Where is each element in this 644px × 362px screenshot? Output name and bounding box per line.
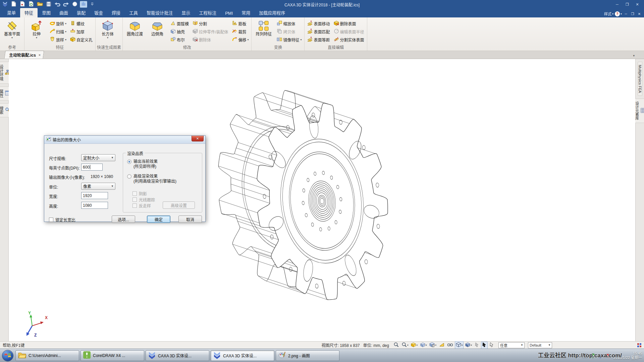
rib-button[interactable]: 筋板	[230, 19, 250, 27]
restore-button[interactable]: ❐	[623, 1, 632, 7]
face-offset-button[interactable]: 表面等距	[306, 36, 331, 44]
lock-aspect-checkbox[interactable]: 锁定长宽比	[49, 217, 75, 223]
thread-button[interactable]: 螺纹	[69, 19, 94, 27]
scale-body-button[interactable]: 缩放体	[275, 19, 303, 27]
tray-alert-icon[interactable]: !	[605, 353, 610, 358]
document-tab[interactable]: 主动轮装配.ics ×	[4, 51, 44, 59]
toolbar-options-button[interactable]	[89, 1, 96, 8]
fillet-button[interactable]: 圆角过渡	[124, 18, 146, 37]
3d-viewport[interactable]: Y X Z 输出的图像大小 ✕ 尺寸规格:	[9, 59, 635, 341]
pattern-button[interactable]: 阵列特征	[253, 18, 274, 37]
taskbar-button-2[interactable]: CAXA 3D 实体设...	[146, 350, 209, 361]
taskbar-button-4[interactable]: 2.png - 画图	[276, 350, 339, 361]
custom-hole-button[interactable]: 自定义孔	[69, 36, 94, 44]
draft-button[interactable]: 面拔模	[169, 19, 190, 27]
loft-button[interactable]: 放样▾	[48, 36, 68, 44]
positioning-button[interactable]: ▾	[428, 341, 437, 349]
menu-tab-1[interactable]: 特征	[20, 8, 38, 17]
dialog-titlebar[interactable]: 输出的图像大小 ✕	[44, 136, 205, 144]
pick-cursor-button[interactable]	[488, 342, 495, 349]
ok-button[interactable]: 确定	[147, 216, 170, 223]
datum-plane-button[interactable]: 基准平面▾	[1, 18, 23, 39]
revolve-button[interactable]: 旋转▾	[48, 19, 68, 27]
display-mode-button[interactable]: ▾	[455, 341, 464, 349]
menu-tab-0[interactable]: 菜单	[3, 8, 20, 17]
doc-minimize-button[interactable]: ─	[623, 11, 629, 16]
trim-button[interactable]: 裁剪	[230, 27, 250, 36]
caxa-logo-button[interactable]	[1, 1, 9, 8]
delete-face-button[interactable]: 删除表面	[332, 19, 366, 27]
options-button[interactable]: 选项...	[112, 216, 135, 223]
offset-button[interactable]: 偏移▾	[230, 36, 250, 44]
dpi-input[interactable]: 600	[81, 164, 103, 171]
config-combo[interactable]: Default ▼	[528, 342, 552, 348]
thicken-button[interactable]: 加厚	[69, 27, 94, 36]
mirror-feature-button[interactable]: 镜像特征▾	[275, 36, 303, 44]
menu-tab-3[interactable]: 曲面	[55, 8, 72, 17]
menu-tab-11[interactable]: PMI	[221, 9, 237, 17]
menu-tab-13[interactable]: 加载应用程序	[255, 8, 289, 17]
assembly-cube-button[interactable]: ▾	[419, 342, 428, 349]
menu-tab-10[interactable]: 工程标注	[195, 8, 221, 17]
menu-tab-2[interactable]: 草图	[38, 8, 55, 17]
help-button[interactable]: ? ▾	[615, 11, 622, 16]
redo-button[interactable]	[62, 1, 70, 8]
unit-combo[interactable]: 像素 ▼	[81, 183, 115, 190]
face-match-button[interactable]: 表面匹配	[306, 27, 331, 36]
smart-render-button[interactable]	[80, 1, 87, 8]
tray-caxa-icon[interactable]	[598, 353, 603, 358]
keyboard-icon[interactable]	[581, 354, 588, 358]
menu-tab-7[interactable]: 工具	[125, 8, 142, 17]
style-dropdown[interactable]: 样式 ▾	[604, 11, 613, 16]
new-document-button[interactable]	[10, 1, 17, 8]
zoom-select-button[interactable]: ▾	[400, 341, 410, 349]
primitive-cube-button[interactable]: ▾	[410, 342, 419, 349]
advanced-render-radio[interactable]: 高级渲染效果(利用高级渲染引擎输出)	[127, 174, 176, 184]
save-button[interactable]	[45, 1, 52, 8]
right-tab-0[interactable]: Multiphysics FEA	[638, 62, 642, 96]
width-input[interactable]: 1920	[81, 192, 108, 199]
sweep-button[interactable]: 扫描▾	[48, 27, 68, 36]
view-glasses-button[interactable]	[446, 342, 454, 349]
menu-tab-5[interactable]: 钣金	[90, 8, 107, 17]
menu-tab-12[interactable]: 常用	[237, 8, 255, 17]
open-folder-button[interactable]	[36, 1, 44, 8]
send-document-button[interactable]	[28, 1, 35, 8]
height-input[interactable]: 1080	[81, 202, 108, 209]
hidden-icons-chevron-icon[interactable]	[575, 354, 579, 357]
extrude-button[interactable]: 拉伸▾	[26, 18, 47, 39]
taskbar-button-0[interactable]: C:\Users\Admini...	[15, 350, 79, 361]
menu-tab-6[interactable]: 焊接	[107, 8, 125, 17]
face-move-button[interactable]: 表面移动	[306, 19, 331, 27]
boolean-button[interactable]: 布尔	[169, 36, 190, 44]
cancel-button[interactable]: 取消	[178, 216, 202, 223]
tab-close-icon[interactable]: ×	[39, 53, 41, 57]
start-button[interactable]	[0, 349, 15, 362]
split-button[interactable]: 分割	[191, 19, 229, 27]
wedge-button[interactable]	[438, 341, 445, 349]
select-cursor-button[interactable]	[481, 342, 488, 349]
render-mode-button[interactable]: ▾	[464, 342, 473, 349]
menu-tab-8[interactable]: 智能设计批注	[142, 8, 177, 17]
close-button[interactable]: ✕	[633, 1, 642, 7]
undo-button[interactable]	[54, 1, 61, 8]
doc-close-button[interactable]: ✕	[637, 11, 642, 16]
split-face-button[interactable]: 分割实体表面	[332, 36, 366, 44]
shell-button[interactable]: 抽壳	[169, 27, 190, 36]
dialog-close-button[interactable]: ✕	[192, 136, 204, 141]
tab-list-dropdown-icon[interactable]: ▾	[633, 54, 635, 57]
chamfer-button[interactable]: 边倒角	[147, 18, 168, 37]
box-button[interactable]: 长方体▾	[97, 18, 118, 39]
taskbar-button-1[interactable]: CorelDRAW X4 ...	[80, 350, 144, 361]
taskbar-button-3[interactable]: CAXA 3D 实体设...	[211, 350, 274, 361]
workspace-grid-icon[interactable]	[636, 342, 643, 348]
size-spec-combo[interactable]: 定制大小 ▼	[81, 154, 115, 161]
tray-shield-icon[interactable]	[590, 353, 595, 358]
doc-restore-button[interactable]: ❐	[630, 11, 635, 16]
taskbar-clock[interactable]: 15:45 2018/1/22 星期一	[613, 351, 642, 360]
render-sphere-button[interactable]	[71, 1, 78, 8]
menu-tab-4[interactable]: 装配	[72, 8, 90, 17]
zoom-window-button[interactable]	[392, 341, 400, 349]
right-tab-1[interactable]: 设计元素库	[634, 99, 644, 123]
filter-combo[interactable]: 任意 ▼	[498, 342, 525, 348]
